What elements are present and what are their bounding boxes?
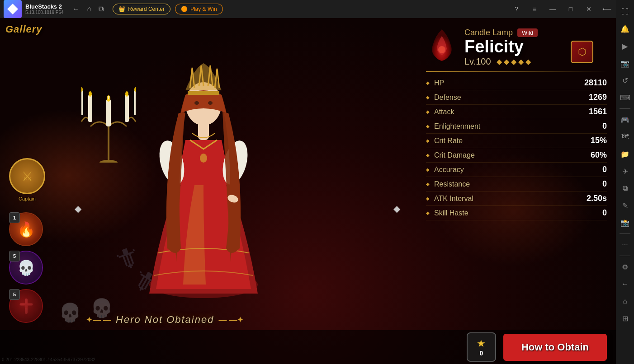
captain-label: Captain bbox=[19, 196, 36, 201]
stat-name-4: Crit Rate bbox=[434, 137, 571, 145]
sidebar-refresh-icon[interactable]: ↺ bbox=[617, 72, 633, 89]
svg-rect-8 bbox=[81, 90, 83, 115]
sidebar-more-icon[interactable]: ··· bbox=[617, 237, 633, 253]
close-button[interactable]: ✕ bbox=[580, 0, 598, 18]
cross-svg bbox=[18, 298, 34, 314]
minimize-button[interactable]: — bbox=[544, 0, 562, 18]
captain-section: ⚔ Captain bbox=[9, 158, 45, 201]
stat-diamond-8: ◆ bbox=[426, 196, 430, 201]
candelabra-svg bbox=[81, 72, 136, 163]
gallery-label: Gallery bbox=[5, 23, 43, 35]
stat-name-9: Skill Haste bbox=[434, 209, 571, 217]
sidebar-pen-icon[interactable]: ✎ bbox=[617, 197, 633, 214]
stat-value-2: 1561 bbox=[571, 107, 607, 117]
sidebar-fullscreen-icon[interactable]: ⛶ bbox=[617, 4, 633, 20]
stat-diamond-5: ◆ bbox=[426, 153, 430, 158]
svg-point-25 bbox=[438, 46, 445, 53]
sidebar-back-icon[interactable]: ← bbox=[617, 276, 633, 292]
svg-point-13 bbox=[125, 91, 128, 97]
wishlist-button[interactable]: ★ 0 bbox=[467, 332, 496, 362]
play-win-button[interactable]: 🟠 Play & Win bbox=[175, 4, 223, 14]
back-arrow-button[interactable]: ⟵ bbox=[598, 0, 616, 18]
how-to-obtain-button[interactable]: How to Obtain bbox=[503, 334, 607, 361]
nav-home-icon[interactable]: ⌂ bbox=[87, 5, 92, 13]
gallery-header: Gallery bbox=[5, 23, 43, 35]
map-marker-icon: ⬡ bbox=[571, 41, 593, 63]
stat-row-1: ◆ Defense 1269 bbox=[426, 90, 607, 105]
star-2: ◆ bbox=[504, 57, 509, 66]
sidebar-plane-icon[interactable]: ✈ bbox=[617, 163, 633, 179]
skill-2-container: 💀 5 bbox=[9, 251, 43, 285]
stat-value-4: 15% bbox=[571, 136, 607, 145]
stat-value-8: 2.50s bbox=[571, 194, 607, 203]
sidebar-map-icon[interactable]: 🗺 bbox=[617, 129, 633, 145]
flame-icon-svg bbox=[426, 27, 458, 68]
menu-button[interactable]: ≡ bbox=[525, 0, 544, 18]
captain-icon: ⚔ bbox=[9, 158, 45, 194]
sidebar-copy-icon[interactable]: ⧉ bbox=[617, 180, 633, 196]
stat-diamond-2: ◆ bbox=[426, 109, 430, 114]
stat-name-3: Enlightenment bbox=[434, 122, 571, 131]
hero-not-obtained-banner: ✦— — Hero Not Obtained — —✦ bbox=[86, 314, 244, 326]
stat-name-5: Crit Damage bbox=[434, 151, 571, 159]
sidebar-divider-2 bbox=[620, 233, 630, 234]
banner-right-decoration: — —✦ bbox=[218, 315, 244, 325]
skill-1-level: 1 bbox=[13, 215, 16, 220]
svg-rect-6 bbox=[88, 95, 92, 122]
sidebar-gamepad-icon[interactable]: 🎮 bbox=[617, 112, 633, 128]
sidebar-screenshot-icon[interactable]: 📷 bbox=[617, 55, 633, 71]
sidebar-camera-icon[interactable]: 📸 bbox=[617, 215, 633, 231]
stat-value-0: 28110 bbox=[571, 78, 607, 88]
help-button[interactable]: ? bbox=[507, 0, 525, 18]
skill-3-badge: 5 bbox=[9, 289, 20, 300]
app-version: 5.13.100.1019 P64 bbox=[25, 10, 64, 15]
sidebar-divider-3 bbox=[620, 256, 630, 256]
svg-point-11 bbox=[108, 96, 109, 99]
not-obtained-text: Hero Not Obtained bbox=[116, 314, 214, 326]
stat-value-6: 0 bbox=[571, 165, 607, 174]
nav-icons: ← ⌂ ⧉ bbox=[73, 5, 104, 13]
sidebar-settings-icon[interactable]: ⚙ bbox=[617, 259, 633, 275]
play-win-label: Play & Win bbox=[190, 6, 217, 12]
stat-row-2: ◆ Attack 1561 bbox=[426, 105, 607, 119]
stat-diamond-0: ◆ bbox=[426, 80, 430, 85]
nav-back-icon[interactable]: ← bbox=[73, 5, 80, 13]
star-3: ◆ bbox=[511, 57, 516, 66]
maximize-button[interactable]: □ bbox=[562, 0, 580, 18]
stat-name-2: Attack bbox=[434, 108, 571, 116]
wishlist-icon: ★ bbox=[477, 338, 486, 350]
stars-container: ◆ ◆ ◆ ◆ ◆ bbox=[497, 57, 531, 66]
sidebar-notification-icon[interactable]: 🔔 bbox=[617, 21, 633, 37]
nav-multi-icon[interactable]: ⧉ bbox=[99, 5, 104, 13]
stat-row-0: ◆ HP 28110 bbox=[426, 76, 607, 90]
stat-name-6: Accuracy bbox=[434, 166, 571, 174]
stats-list: ◆ HP 28110 ◆ Defense 1269 ◆ Attack 1561 … bbox=[426, 76, 607, 220]
reward-center-button[interactable]: 👑 Reward Center bbox=[113, 4, 170, 14]
stat-name-1: Defense bbox=[434, 93, 571, 102]
stat-value-1: 1269 bbox=[571, 93, 607, 102]
stat-row-9: ◆ Skill Haste 0 bbox=[426, 206, 607, 220]
svg-point-2 bbox=[24, 304, 28, 308]
stat-value-3: 0 bbox=[571, 121, 607, 131]
sidebar-home-icon[interactable]: ⌂ bbox=[617, 293, 633, 309]
sidebar-apps-icon[interactable]: ⊞ bbox=[617, 310, 633, 327]
sidebar-record-icon[interactable]: ▶ bbox=[617, 38, 633, 54]
sidebar-folder-icon[interactable]: 📁 bbox=[617, 146, 633, 162]
app-info: BlueStacks 2 5.13.100.1019 P64 bbox=[25, 3, 64, 15]
sidebar-keyboard-icon[interactable]: ⌨ bbox=[617, 89, 633, 106]
svg-point-23 bbox=[208, 101, 213, 105]
banner-left-decoration: ✦— — bbox=[86, 315, 111, 325]
wild-badge: Wild bbox=[517, 28, 538, 37]
stat-name-0: HP bbox=[434, 79, 571, 87]
svg-rect-5 bbox=[106, 99, 111, 126]
stat-row-5: ◆ Crit Damage 60% bbox=[426, 148, 607, 163]
diamond-left-icon: ◆ bbox=[75, 203, 81, 214]
svg-rect-9 bbox=[134, 90, 136, 115]
app-name: BlueStacks 2 bbox=[25, 3, 64, 10]
stat-row-7: ◆ Resistance 0 bbox=[426, 177, 607, 191]
hero-subtitle-text: Candle Lamp bbox=[464, 28, 513, 37]
wishlist-count: 0 bbox=[480, 350, 483, 357]
hero-flame-container bbox=[426, 27, 458, 68]
hero-level-text: Lv.100 bbox=[464, 56, 491, 67]
character-svg bbox=[140, 59, 267, 312]
